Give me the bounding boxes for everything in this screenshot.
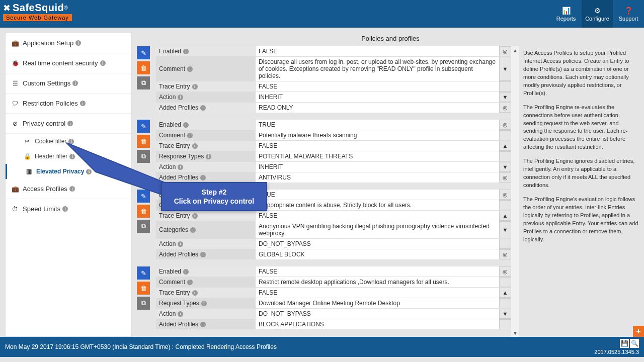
support-button[interactable]: ❓Support	[613, 0, 644, 28]
row-value: FALSE	[256, 81, 499, 92]
row-control[interactable]: ▼	[499, 92, 511, 102]
info-icon[interactable]: i	[187, 133, 193, 138]
row-control[interactable]: ▲	[499, 141, 511, 151]
info-icon[interactable]: i	[62, 206, 68, 212]
chart-icon: 📊	[562, 7, 571, 15]
row-control[interactable]: ◎	[499, 266, 511, 277]
vertical-scrollbar[interactable]: ▲ ▼	[511, 46, 519, 337]
row-label: Enabledi	[156, 46, 256, 56]
copy-button[interactable]: ⧉	[137, 220, 150, 233]
search-button[interactable]: 🔍	[630, 339, 639, 348]
edit-button[interactable]: ✎	[137, 46, 150, 59]
row-label: Request Typesi	[156, 298, 256, 308]
info-icon[interactable]: i	[183, 269, 189, 275]
row-value: TRUE	[256, 120, 499, 130]
row-label: Actioni	[156, 162, 256, 172]
row-control[interactable]: ▼	[499, 57, 511, 81]
row-label: Added Profilesi	[156, 319, 256, 329]
info-icon[interactable]: i	[80, 101, 86, 106]
status-text: Mon May 29 2017 19:06:15 GMT+0530 (India…	[5, 343, 277, 350]
copy-button[interactable]: ⧉	[137, 76, 150, 89]
save-button[interactable]: 💾	[620, 339, 629, 348]
info-icon[interactable]: i	[201, 301, 207, 306]
sidebar-item-restriction-policies[interactable]: 🛡Restriction Policiesi	[6, 94, 131, 114]
sidebar-item-privacy-control[interactable]: ⊘Privacy controli	[6, 114, 131, 134]
info-icon[interactable]: i	[187, 280, 193, 285]
info-icon[interactable]: i	[192, 143, 198, 149]
policy-entry: ✎🗑⧉EnablediTRUE◎CommentiPotentially malw…	[137, 120, 511, 183]
row-value: GLOBAL BLOCK	[256, 249, 499, 259]
lock-icon: 🔒	[23, 153, 32, 160]
row-label: Trace Entryi	[156, 211, 256, 221]
scroll-down-icon[interactable]: ▼	[511, 329, 519, 337]
info-icon[interactable]: i	[200, 105, 206, 111]
info-icon[interactable]: i	[75, 40, 81, 46]
reports-button[interactable]: 📊Reports	[550, 0, 582, 28]
row-control[interactable]: ▼	[499, 162, 511, 172]
copy-button[interactable]: ⧉	[137, 297, 150, 310]
callout-arrow	[65, 142, 166, 197]
row-control	[499, 151, 511, 161]
policy-row: Trace EntryiFALSE▲	[156, 210, 511, 221]
info-icon[interactable]: i	[178, 311, 183, 317]
info-icon[interactable]: i	[206, 154, 211, 159]
configure-button[interactable]: ⚙Configure	[582, 0, 613, 28]
row-control[interactable]: ◎	[499, 249, 511, 259]
row-control[interactable]: ◎	[499, 46, 511, 56]
info-icon[interactable]: i	[192, 290, 198, 296]
info-icon[interactable]: i	[200, 175, 206, 180]
policy-row: Trace EntryiFALSE▲	[156, 287, 511, 298]
delete-button[interactable]: 🗑	[137, 205, 150, 218]
sidebar-item-custom-settings[interactable]: ☰Custom Settingsi	[6, 73, 131, 94]
scroll-up-icon[interactable]: ▲	[511, 46, 519, 54]
edit-button[interactable]: ✎	[137, 266, 150, 280]
delete-button[interactable]: 🗑	[137, 282, 150, 295]
row-label: Added Profilesi	[156, 172, 256, 183]
info-icon[interactable]: i	[200, 252, 206, 257]
row-control[interactable]: ▼	[499, 221, 511, 238]
info-icon[interactable]: i	[192, 213, 198, 219]
row-control	[499, 200, 511, 210]
info-icon[interactable]: i	[190, 227, 196, 233]
sidebar-item-speed-limits[interactable]: ⏱Speed Limitsi	[6, 199, 131, 219]
sidebar-item-realtime-security[interactable]: 🐞Real time content securityi	[6, 53, 131, 73]
row-control[interactable]: ◎	[499, 190, 511, 200]
logo-subtitle: Secure Web Gateway	[3, 14, 72, 21]
sidebar-item-application-setup[interactable]: 💼Application Setupi	[6, 33, 131, 53]
sliders-icon: ☰	[11, 80, 20, 87]
info-icon[interactable]: i	[183, 49, 189, 54]
row-control[interactable]: ◎	[499, 120, 511, 130]
edit-button[interactable]: ✎	[137, 120, 150, 133]
info-icon[interactable]: i	[187, 66, 193, 72]
delete-button[interactable]: 🗑	[137, 61, 150, 74]
info-icon[interactable]: i	[100, 60, 106, 66]
info-icon[interactable]: i	[72, 80, 78, 86]
help-text: The Profiling Engine re-evaluates the co…	[523, 104, 639, 152]
policy-row: Request TypesiDownload Manager Online Me…	[156, 298, 511, 308]
row-label: Actioni	[156, 309, 256, 319]
row-control[interactable]: ▲	[499, 211, 511, 221]
policy-row: Added ProfilesiBLOCK APPLICATIONS	[156, 319, 511, 329]
info-icon[interactable]: i	[178, 164, 183, 170]
row-value: Discourage all users from log in, post, …	[256, 57, 499, 81]
bug-icon: 🐞	[11, 60, 20, 67]
row-control[interactable]: ◎	[499, 103, 511, 113]
row-control[interactable]: ▲	[499, 288, 511, 298]
info-icon[interactable]: i	[192, 84, 198, 89]
info-icon[interactable]: i	[67, 121, 73, 126]
policy-row: ActioniINHERIT▼	[156, 161, 511, 172]
row-label: Trace Entryi	[156, 288, 256, 298]
info-icon[interactable]: i	[178, 95, 183, 100]
row-control	[499, 319, 511, 329]
policy-row: Trace EntryiFALSE	[156, 81, 511, 92]
row-control	[499, 81, 511, 92]
info-icon[interactable]: i	[200, 322, 206, 327]
add-entry-button[interactable]: +	[633, 326, 644, 337]
policy-row: Added ProfilesiANTIVIRUS◎	[156, 172, 511, 183]
info-icon[interactable]: i	[183, 122, 189, 128]
row-control[interactable]: ◎	[499, 172, 511, 183]
row-value: FALSE	[256, 288, 499, 298]
row-label: Trace Entryi	[156, 81, 256, 92]
row-control[interactable]: ▼	[499, 309, 511, 319]
info-icon[interactable]: i	[178, 241, 183, 247]
